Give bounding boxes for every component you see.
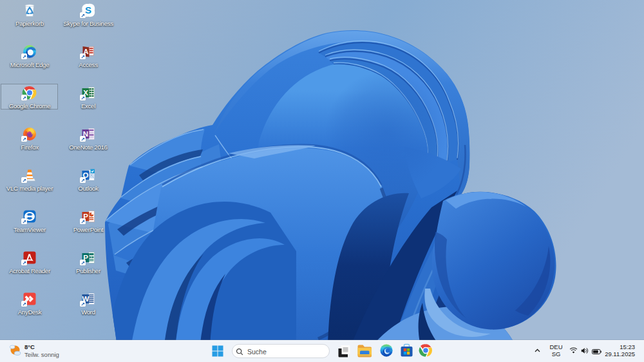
svg-text:S: S <box>85 5 91 15</box>
